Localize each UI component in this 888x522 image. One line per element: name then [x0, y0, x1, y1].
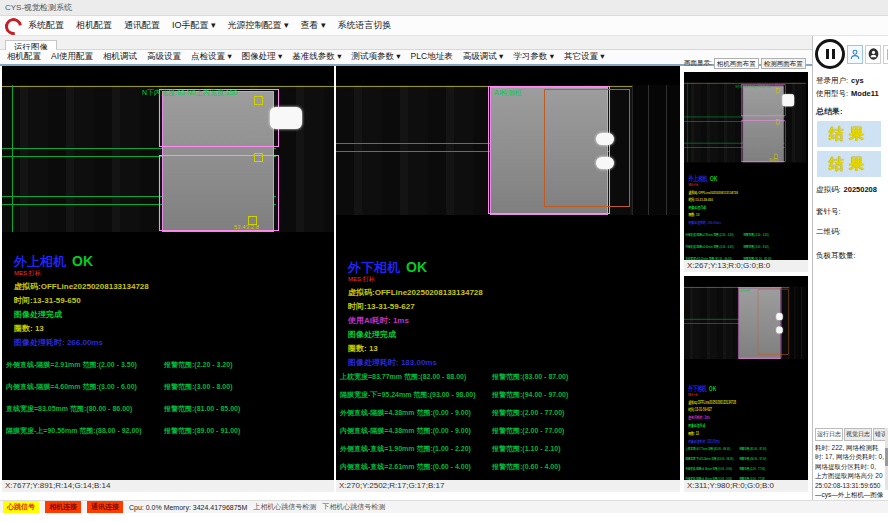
camera-image[interactable]: AI检测框 — [684, 287, 806, 359]
status-bar: 心跳信号 相机连接 通讯连接 Cpu: 0.0% Memory: 3424.41… — [0, 500, 888, 513]
alarm-range: 报警范围:(0.60 - 4.00) — [492, 462, 680, 472]
menu-system-config[interactable]: 系统配置 — [28, 19, 64, 32]
measurement-row: 直线宽度=83.05mm 范围:(80.00 - 86.00)报警范围:(81.… — [6, 404, 334, 414]
yellow-marker-box — [776, 88, 779, 93]
tool-camera-debug[interactable]: 相机调试 — [103, 51, 137, 63]
user-account-button[interactable] — [865, 45, 881, 64]
pixel-coordinate-readout: X:7677;Y:891;R:14;G:14;B:14 — [2, 480, 334, 492]
virtual-code: 虚拟码:OFFLine20250208133134728 — [688, 399, 806, 405]
menu-camera-config[interactable]: 相机配置 — [76, 19, 112, 32]
measurement-rows: 上枕宽度=83.77mm 范围:(82.00 - 88.00)报警范围:(83.… — [336, 372, 680, 472]
processing-elapsed: 图像处理耗时: 183.00ms — [688, 438, 806, 444]
control-sidebar: 登录用户: cys 使用型号: Mode11 总结果: 结果 结果 虚拟码: 2… — [812, 36, 888, 500]
loop-count: 圈数: 13 — [688, 430, 806, 436]
tool-ai-usage-config[interactable]: AI使用配置 — [51, 51, 93, 63]
window-titlebar: CYS-视觉检测系统 — [0, 0, 888, 16]
image-overlay-label: N下内宽度:93 N0上内宽度:150 — [735, 84, 770, 89]
tool-advanced-settings[interactable]: 高级设置 — [147, 51, 181, 63]
yellow-guide-line — [2, 86, 334, 87]
tool-camera-config[interactable]: 相机配置 — [7, 51, 41, 63]
virtual-code-field: 虚拟码: 20250208 — [816, 185, 886, 195]
qrcode-field: 二维码: — [816, 227, 886, 237]
camera-title: 外上相机 — [14, 254, 66, 269]
alarm-range: 报警范围:(2.00 - 77.00) — [492, 426, 680, 436]
heartbeat-status-badge: 心跳信号 — [3, 501, 39, 513]
menu-io-config[interactable]: IO手配置 ▾ — [172, 19, 216, 32]
white-probe-blob — [782, 94, 794, 106]
login-user-value: cys — [851, 76, 864, 86]
log-tab-run[interactable]: 运行日志 — [815, 428, 843, 441]
processing-done: 图像处理完成 — [688, 422, 806, 428]
tool-plc-address[interactable]: PLC地址表 — [411, 51, 453, 63]
alarm-range: 报警范围:(2.00 - 77.00) — [739, 466, 806, 472]
tool-test-params[interactable]: 测试项参数 ▾ — [351, 51, 400, 63]
roi-pink-rect — [159, 155, 279, 231]
white-highlight-blob — [776, 313, 782, 320]
mini-tab-detect-layout[interactable]: 检测画面布置 — [761, 58, 806, 69]
mini-view-outer-bottom[interactable]: AI检测框 外下相机OK MES:打标 虚拟码:OFFLine202502081… — [684, 276, 808, 492]
pause-button[interactable] — [815, 39, 845, 69]
measurement-value: 隔膜宽度-上=90.56mm 范围:(88.00 - 92.00) — [6, 426, 164, 436]
camera-ok-status: OK — [406, 259, 427, 275]
white-highlight-blob — [596, 133, 614, 145]
tool-image-processing[interactable]: 图像处理 ▾ — [242, 51, 283, 63]
camera-result-block: 外下相机OK MES:打标 虚拟码:OFFLine202502081331347… — [336, 258, 680, 368]
alarm-range: 报警范围:(83.00 - 87.00) — [492, 372, 680, 382]
menu-language-switch[interactable]: 系统语言切换 — [338, 19, 392, 32]
camera-mid-content: AI检测框 外下相机OK MES:打标 虚拟码:OFFLine202502081… — [684, 276, 806, 492]
tool-learning-params[interactable]: 学习参数 ▾ — [513, 51, 554, 63]
camera-image[interactable]: N下内宽度:93 N0上内宽度:150 53.43;2.8 — [2, 85, 334, 232]
yellow-marker-box — [254, 153, 263, 162]
image-overlay-sublabel: 53.43;2.8 — [769, 158, 778, 161]
tool-advanced-debug[interactable]: 高级调试 ▾ — [463, 51, 504, 63]
menu-light-config[interactable]: 光源控制配置 ▾ — [228, 19, 289, 32]
measurement-value: 隔膜宽度-下=95.24mm 范围:(93.00 - 98.00) — [685, 456, 739, 462]
tool-other-settings[interactable]: 其它设置 ▾ — [564, 51, 605, 63]
tool-baseline-params[interactable]: 基准线参数 ▾ — [292, 51, 341, 63]
window-title: CYS-视觉检测系统 — [5, 3, 72, 12]
camera-mid-content: AI检测框 外下相机OK MES:打标 虚拟码:OFFLine202502081… — [336, 66, 680, 472]
mini-tab-camera-layout[interactable]: 相机画面布置 — [714, 58, 759, 69]
user-login-button[interactable] — [847, 45, 863, 64]
pixel-coordinate-readout: X:311;Y:980;R:0;G:0;B:0 — [684, 480, 808, 492]
virtual-code: 虚拟码:OFFLine20250208133134728 — [688, 189, 805, 195]
alarm-range: 报警范围:(2.20 - 3.20) — [743, 232, 805, 237]
capture-time: 时间:13-31-59-627 — [688, 407, 806, 413]
exit-button[interactable] — [883, 45, 888, 64]
menu-comm-config[interactable]: 通讯配置 — [124, 19, 160, 32]
camera-image[interactable]: N下内宽度:93 N0上内宽度:150 53.43;2.8 — [684, 82, 806, 162]
camera-panel-outer-top: N下内宽度:93 N0上内宽度:150 53.43;2.8 外上相机OK MES… — [2, 66, 334, 492]
roi-pink-rect — [742, 121, 786, 162]
loop-count: 圈数: 13 — [348, 343, 680, 354]
measurement-rows: 外侧直线-隔膜=2.91mm 范围:(2.00 - 3.50)报警范围:(2.2… — [2, 360, 334, 436]
ai-elapsed: 使用AI耗时: 1ms — [688, 415, 806, 421]
camera-image[interactable]: AI检测框 — [336, 85, 680, 215]
measurement-row: 内侧直线-隔膜=4.60mm 范围:(3.00 - 6.00)报警范围:(3.0… — [6, 382, 334, 392]
machine-frame-region — [789, 287, 806, 359]
alarm-range: 报警范围:(81.00 - 85.00) — [164, 404, 334, 414]
measurement-value: 外侧直线-隔膜=4.38mm 范围:(0.00 - 9.00) — [340, 408, 492, 418]
capture-time: 时间:13-31-59-650 — [14, 295, 334, 306]
camera-result-block: 外上相机OK MES:打标 虚拟码:OFFLine202502081331347… — [684, 173, 806, 225]
image-overlay-label: AI检测框 — [494, 88, 522, 98]
camera-title: 外下相机 — [348, 260, 400, 275]
alarm-range: 报警范围:(83.00 - 87.00) — [739, 446, 806, 452]
capture-time: 时间:13-31-59-650 — [688, 197, 805, 203]
measurement-value: 内侧直线-隔膜=4.60mm 范围:(3.00 - 6.00) — [6, 382, 164, 392]
tool-spot-check[interactable]: 点检设置 ▾ — [191, 51, 232, 63]
camera-title: 外上相机 — [688, 174, 707, 182]
upper-camera-heartbeat-label: 上相机心跳信号检测 — [253, 502, 316, 512]
ai-detect-box — [544, 89, 630, 207]
mini-view-outer-top[interactable]: N下内宽度:93 N0上内宽度:150 53.43;2.8 外上相机OK MES… — [684, 72, 808, 272]
green-vertical-line — [12, 85, 13, 232]
log-tab-vision[interactable]: 视觉日志 — [844, 428, 872, 441]
menu-view[interactable]: 查看 ▾ — [301, 19, 326, 32]
measurement-row: 隔膜宽度-下=95.24mm 范围:(93.00 - 98.00)报警范围:(9… — [685, 456, 806, 462]
ai-elapsed: 使用AI耗时: 1ms — [348, 315, 680, 326]
processing-elapsed: 图像处理耗时: 183.00ms — [348, 357, 680, 368]
menu-bar: 系统配置 相机配置 通讯配置 IO手配置 ▾ 光源控制配置 ▾ 查看 ▾ 系统语… — [0, 16, 888, 36]
measurement-value: 内侧直线-直线=2.61mm 范围:(0.60 - 4.00) — [340, 462, 492, 472]
alarm-range: 报警范围:(89.00 - 91.00) — [164, 426, 334, 436]
app-logo-icon — [2, 15, 26, 39]
white-highlight-blob — [596, 157, 614, 169]
